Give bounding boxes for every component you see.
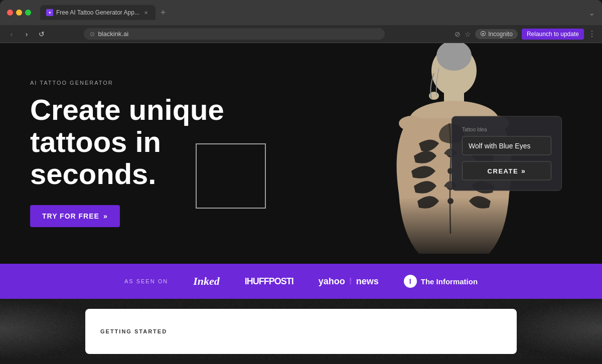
- brand-inked: Inked: [193, 275, 220, 288]
- maximize-button[interactable]: [25, 10, 31, 16]
- as-seen-on-label: AS SEEN ON: [124, 278, 168, 284]
- create-btn-label: CREATE: [488, 167, 518, 174]
- getting-started-card: GETTING STARTED: [85, 309, 517, 354]
- relaunch-label: Relaunch to update: [527, 31, 579, 38]
- bookmark-icon[interactable]: ☆: [465, 30, 471, 38]
- information-label: The Information: [421, 277, 478, 286]
- hero-title-line2: tattoos in: [30, 125, 161, 158]
- try-btn-chevron: »: [103, 212, 108, 220]
- spatter-right: [502, 299, 602, 359]
- hero-text: AI TATTOO GENERATOR Create unique tattoo…: [0, 60, 254, 247]
- close-button[interactable]: [7, 10, 13, 16]
- brand-yahoo: yahoo!news: [319, 276, 379, 287]
- expand-button[interactable]: ⌄: [588, 8, 595, 18]
- reload-button[interactable]: ↺: [36, 29, 47, 40]
- tattoo-field-label: Tattoo Idea: [462, 127, 551, 132]
- hero-section: AI TATTOO GENERATOR Create unique tattoo…: [0, 43, 602, 264]
- brand-information: I The Information: [404, 275, 478, 288]
- minimize-button[interactable]: [16, 10, 22, 16]
- relaunch-button[interactable]: Relaunch to update: [522, 29, 584, 40]
- title-bar: ✦ Free AI Tattoo Generator App... ✕ + ⌄: [0, 0, 602, 25]
- url-security-icon: ⊙: [90, 31, 95, 38]
- as-seen-on-bar: AS SEEN ON Inked IHUFFPOSTI yahoo!news I…: [0, 264, 602, 299]
- url-text: blackink.ai: [98, 30, 379, 38]
- try-for-free-button[interactable]: TRY FOR FREE »: [30, 205, 120, 227]
- new-tab-button[interactable]: +: [158, 7, 169, 18]
- create-button[interactable]: CREATE »: [462, 161, 551, 180]
- incognito-button[interactable]: ⦿ Incognito: [475, 29, 518, 39]
- tattoo-idea-input[interactable]: [462, 136, 551, 155]
- traffic-lights: [7, 10, 31, 16]
- browser-window: ✦ Free AI Tattoo Generator App... ✕ + ⌄ …: [0, 0, 602, 359]
- hero-title-line1: Create unique: [30, 93, 224, 126]
- information-icon: I: [404, 275, 417, 288]
- brand-huffpost: IHUFFPOSTI: [245, 276, 293, 287]
- hero-title-line3: seconds.: [30, 157, 156, 190]
- address-actions: ⊘ ☆ ⦿ Incognito Relaunch to update ⋮: [455, 29, 596, 40]
- privacy-icon[interactable]: ⊘: [455, 30, 461, 38]
- getting-started-label: GETTING STARTED: [100, 328, 167, 334]
- more-options-icon[interactable]: ⋮: [588, 29, 596, 39]
- tab-close-button[interactable]: ✕: [142, 9, 149, 16]
- url-bar[interactable]: ⊙ blackink.ai: [84, 28, 385, 40]
- incognito-label: Incognito: [488, 31, 513, 38]
- page-content: AI TATTOO GENERATOR Create unique tattoo…: [0, 43, 602, 359]
- tab-favicon: ✦: [46, 9, 53, 16]
- incognito-icon: ⦿: [480, 31, 486, 38]
- tattoo-idea-card: Tattoo Idea CREATE »: [452, 116, 562, 191]
- hero-subtitle: AI TATTOO GENERATOR: [30, 80, 224, 86]
- hero-title: Create unique tattoos in seconds.: [30, 94, 224, 190]
- address-bar: ‹ › ↺ ⊙ blackink.ai ⊘ ☆ ⦿ Incognito Rela…: [0, 25, 602, 43]
- try-btn-label: TRY FOR FREE: [42, 212, 99, 220]
- bottom-section: GETTING STARTED: [0, 299, 602, 359]
- back-button[interactable]: ‹: [6, 29, 17, 40]
- create-btn-chevron: »: [521, 167, 526, 175]
- tab-bar: ✦ Free AI Tattoo Generator App... ✕ +: [40, 5, 584, 20]
- active-tab[interactable]: ✦ Free AI Tattoo Generator App... ✕: [40, 5, 156, 20]
- forward-button[interactable]: ›: [21, 29, 32, 40]
- tab-title: Free AI Tattoo Generator App...: [56, 9, 139, 16]
